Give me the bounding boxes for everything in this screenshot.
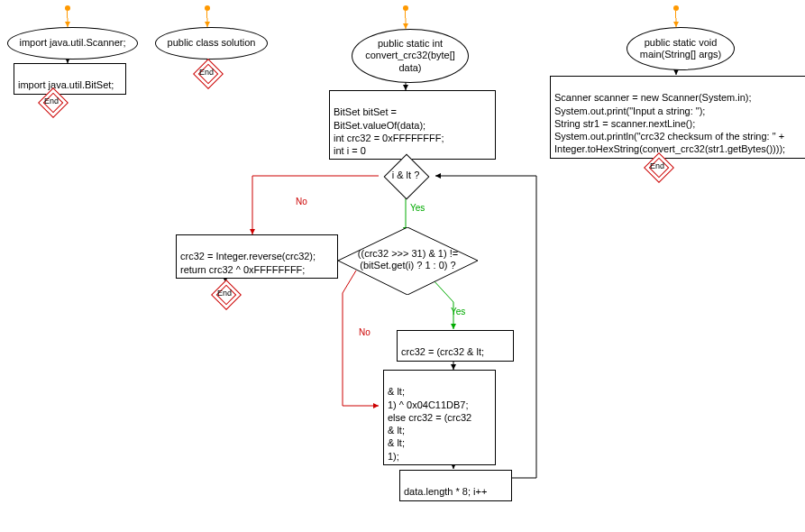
start-marker [203, 5, 212, 18]
node-cond-bit: ((crc32 >>> 31) & 1) != (bitSet.get(i) ?… [338, 227, 478, 295]
end-marker: End [196, 61, 219, 85]
node-class-decl: public class solution [155, 27, 268, 60]
edge-label-yes: Yes [451, 307, 465, 316]
node-text: Scanner scanner = new Scanner(System.in)… [554, 92, 785, 154]
node-loop-inc: data.length * 8; i++ [399, 470, 512, 501]
node-else-block: & lt; 1) ^ 0x04C11DB7; else crc32 = (crc… [383, 370, 496, 465]
node-main-body: Scanner scanner = new Scanner(System.in)… [550, 76, 805, 159]
node-text: import java.util.BitSet; [18, 79, 114, 90]
end-text: End [217, 289, 232, 298]
node-text: i & lt ? [386, 170, 425, 181]
node-no-branch: crc32 = Integer.reverse(crc32); return c… [176, 234, 338, 279]
start-marker [401, 5, 410, 18]
node-import-scanner: import java.util.Scanner; [7, 27, 138, 60]
node-import-bitset: import java.util.BitSet; [14, 63, 126, 95]
start-marker [672, 5, 681, 18]
node-text: crc32 = Integer.reverse(crc32); return c… [180, 251, 316, 274]
node-yes-assign: crc32 = (crc32 & lt; [397, 330, 514, 362]
node-method-main: public static void main(String[] args) [627, 27, 735, 70]
edge-label-no: No [359, 327, 370, 337]
edge-label-yes: Yes [410, 203, 425, 213]
node-text: ((crc32 >>> 31) & 1) != (bitSet.get(i) ?… [356, 248, 460, 271]
node-cond-i: i & lt ? [379, 158, 433, 194]
end-marker: End [41, 90, 64, 114]
node-text: public static int convert_crc32(byte[] d… [356, 38, 464, 74]
start-marker [63, 5, 72, 18]
edge-label-no: No [296, 197, 307, 206]
end-text: End [199, 68, 214, 77]
node-text: crc32 = (crc32 & lt; [401, 346, 484, 357]
end-marker: End [646, 155, 670, 179]
node-text: data.length * 8; i++ [404, 486, 487, 497]
node-text: & lt; 1) ^ 0x04C11DB7; else crc32 = (crc… [388, 386, 471, 461]
end-text: End [44, 96, 59, 105]
node-text: BitSet bitSet = BitSet.valueOf(data); in… [334, 106, 444, 156]
node-text: import java.util.Scanner; [20, 37, 126, 49]
node-text: public static void main(String[] args) [631, 37, 730, 60]
end-text: End [650, 161, 664, 170]
node-init-block: BitSet bitSet = BitSet.valueOf(data); in… [329, 90, 496, 160]
node-text: public class solution [168, 37, 256, 49]
end-marker: End [214, 282, 237, 306]
node-method-convert: public static int convert_crc32(byte[] d… [352, 29, 469, 83]
